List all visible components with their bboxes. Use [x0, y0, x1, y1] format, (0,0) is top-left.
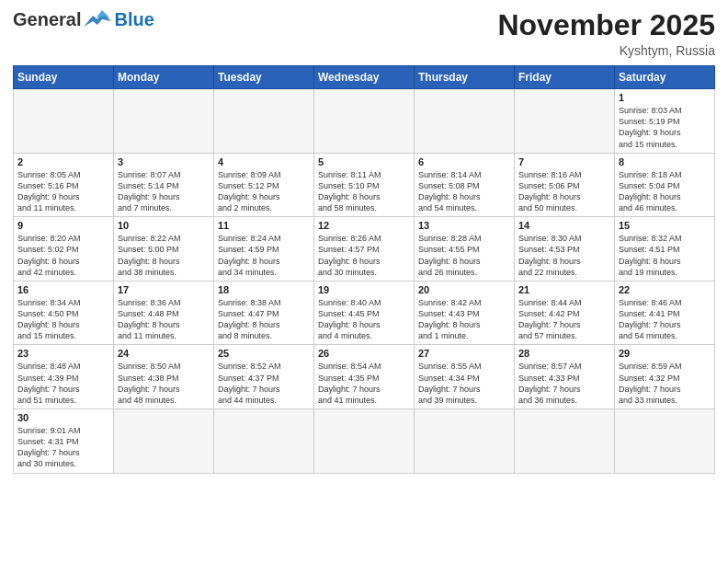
calendar-cell: 28Sunrise: 8:57 AM Sunset: 4:33 PM Dayli…	[515, 345, 615, 409]
weekday-header-wednesday: Wednesday	[314, 66, 415, 89]
calendar-cell: 12Sunrise: 8:26 AM Sunset: 4:57 PM Dayli…	[314, 217, 415, 282]
day-info: Sunrise: 8:34 AM Sunset: 4:50 PM Dayligh…	[17, 297, 109, 342]
day-info: Sunrise: 8:48 AM Sunset: 4:39 PM Dayligh…	[17, 361, 109, 406]
day-number: 16	[17, 284, 109, 295]
calendar-week-row: 2Sunrise: 8:05 AM Sunset: 5:16 PM Daylig…	[14, 153, 715, 217]
day-number: 25	[218, 348, 310, 359]
day-info: Sunrise: 8:22 AM Sunset: 5:00 PM Dayligh…	[118, 233, 210, 278]
calendar-cell	[515, 89, 615, 154]
day-number: 9	[17, 220, 109, 231]
svg-marker-0	[84, 12, 111, 27]
day-info: Sunrise: 8:30 AM Sunset: 4:53 PM Dayligh…	[518, 233, 610, 278]
page-header: General Blue November 2025 Kyshtym, Russ…	[13, 9, 715, 58]
calendar-cell	[214, 89, 314, 154]
day-number: 8	[619, 156, 711, 167]
calendar-cell: 9Sunrise: 8:20 AM Sunset: 5:02 PM Daylig…	[14, 217, 114, 282]
weekday-header-thursday: Thursday	[415, 66, 515, 89]
calendar-cell	[214, 409, 314, 474]
title-block: November 2025 Kyshtym, Russia	[497, 9, 715, 58]
day-number: 30	[17, 412, 109, 423]
day-number: 1	[619, 92, 711, 103]
calendar-cell: 20Sunrise: 8:42 AM Sunset: 4:43 PM Dayli…	[415, 281, 515, 345]
day-info: Sunrise: 8:20 AM Sunset: 5:02 PM Dayligh…	[17, 233, 109, 278]
calendar-cell: 27Sunrise: 8:55 AM Sunset: 4:34 PM Dayli…	[415, 345, 515, 409]
calendar-cell	[615, 409, 715, 474]
calendar-cell: 15Sunrise: 8:32 AM Sunset: 4:51 PM Dayli…	[615, 217, 715, 282]
calendar-cell: 14Sunrise: 8:30 AM Sunset: 4:53 PM Dayli…	[515, 217, 615, 282]
calendar-cell	[314, 409, 415, 474]
calendar-cell: 7Sunrise: 8:16 AM Sunset: 5:06 PM Daylig…	[515, 153, 615, 217]
calendar-cell: 13Sunrise: 8:28 AM Sunset: 4:55 PM Dayli…	[415, 217, 515, 282]
day-info: Sunrise: 8:46 AM Sunset: 4:41 PM Dayligh…	[619, 297, 711, 342]
day-number: 10	[118, 220, 210, 231]
day-info: Sunrise: 8:50 AM Sunset: 4:38 PM Dayligh…	[118, 361, 210, 406]
calendar-cell	[114, 89, 214, 154]
day-info: Sunrise: 8:55 AM Sunset: 4:34 PM Dayligh…	[418, 361, 510, 406]
day-info: Sunrise: 8:16 AM Sunset: 5:06 PM Dayligh…	[518, 169, 610, 214]
day-number: 17	[118, 284, 210, 295]
day-info: Sunrise: 8:40 AM Sunset: 4:45 PM Dayligh…	[318, 297, 410, 342]
calendar-cell: 4Sunrise: 8:09 AM Sunset: 5:12 PM Daylig…	[214, 153, 314, 217]
day-info: Sunrise: 8:36 AM Sunset: 4:48 PM Dayligh…	[118, 297, 210, 342]
day-number: 15	[619, 220, 711, 231]
day-info: Sunrise: 8:59 AM Sunset: 4:32 PM Dayligh…	[619, 361, 711, 406]
day-info: Sunrise: 8:09 AM Sunset: 5:12 PM Dayligh…	[218, 169, 310, 214]
calendar-cell: 10Sunrise: 8:22 AM Sunset: 5:00 PM Dayli…	[114, 217, 214, 282]
calendar-cell: 30Sunrise: 9:01 AM Sunset: 4:31 PM Dayli…	[14, 409, 114, 474]
day-number: 7	[518, 156, 610, 167]
calendar-cell	[14, 89, 114, 154]
svg-marker-1	[97, 10, 109, 17]
day-info: Sunrise: 8:05 AM Sunset: 5:16 PM Dayligh…	[17, 169, 109, 214]
calendar-cell: 3Sunrise: 8:07 AM Sunset: 5:14 PM Daylig…	[114, 153, 214, 217]
day-number: 24	[118, 348, 210, 359]
calendar-week-row: 1Sunrise: 8:03 AM Sunset: 5:19 PM Daylig…	[14, 89, 715, 154]
day-number: 21	[518, 284, 610, 295]
calendar-cell: 19Sunrise: 8:40 AM Sunset: 4:45 PM Dayli…	[314, 281, 415, 345]
calendar-cell: 21Sunrise: 8:44 AM Sunset: 4:42 PM Dayli…	[515, 281, 615, 345]
day-number: 29	[619, 348, 711, 359]
day-info: Sunrise: 8:11 AM Sunset: 5:10 PM Dayligh…	[318, 169, 410, 214]
day-info: Sunrise: 8:42 AM Sunset: 4:43 PM Dayligh…	[418, 297, 510, 342]
day-number: 14	[518, 220, 610, 231]
day-number: 11	[218, 220, 310, 231]
day-number: 13	[418, 220, 510, 231]
calendar-cell: 8Sunrise: 8:18 AM Sunset: 5:04 PM Daylig…	[615, 153, 715, 217]
day-number: 6	[418, 156, 510, 167]
calendar-cell: 16Sunrise: 8:34 AM Sunset: 4:50 PM Dayli…	[14, 281, 114, 345]
calendar-week-row: 30Sunrise: 9:01 AM Sunset: 4:31 PM Dayli…	[14, 409, 715, 474]
day-info: Sunrise: 8:38 AM Sunset: 4:47 PM Dayligh…	[218, 297, 310, 342]
calendar-cell: 18Sunrise: 8:38 AM Sunset: 4:47 PM Dayli…	[214, 281, 314, 345]
day-number: 20	[418, 284, 510, 295]
day-number: 3	[118, 156, 210, 167]
calendar-cell	[415, 89, 515, 154]
calendar-cell: 11Sunrise: 8:24 AM Sunset: 4:59 PM Dayli…	[214, 217, 314, 282]
calendar-week-row: 23Sunrise: 8:48 AM Sunset: 4:39 PM Dayli…	[14, 345, 715, 409]
day-number: 12	[318, 220, 410, 231]
calendar-table: SundayMondayTuesdayWednesdayThursdayFrid…	[13, 65, 715, 473]
day-info: Sunrise: 8:44 AM Sunset: 4:42 PM Dayligh…	[518, 297, 610, 342]
day-number: 2	[17, 156, 109, 167]
calendar-cell	[515, 409, 615, 474]
month-title: November 2025	[497, 9, 715, 41]
weekday-header-row: SundayMondayTuesdayWednesdayThursdayFrid…	[14, 66, 715, 89]
logo-general-text: General	[13, 9, 81, 30]
day-info: Sunrise: 8:14 AM Sunset: 5:08 PM Dayligh…	[418, 169, 510, 214]
calendar-cell	[314, 89, 415, 154]
calendar-cell: 29Sunrise: 8:59 AM Sunset: 4:32 PM Dayli…	[615, 345, 715, 409]
calendar-cell: 6Sunrise: 8:14 AM Sunset: 5:08 PM Daylig…	[415, 153, 515, 217]
day-number: 26	[318, 348, 410, 359]
day-info: Sunrise: 9:01 AM Sunset: 4:31 PM Dayligh…	[17, 425, 109, 470]
day-number: 18	[218, 284, 310, 295]
weekday-header-tuesday: Tuesday	[214, 66, 314, 89]
calendar-cell: 1Sunrise: 8:03 AM Sunset: 5:19 PM Daylig…	[615, 89, 715, 154]
day-info: Sunrise: 8:24 AM Sunset: 4:59 PM Dayligh…	[218, 233, 310, 278]
day-number: 5	[318, 156, 410, 167]
day-number: 19	[318, 284, 410, 295]
day-number: 22	[619, 284, 711, 295]
day-info: Sunrise: 8:07 AM Sunset: 5:14 PM Dayligh…	[118, 169, 210, 214]
logo-bird-icon	[84, 10, 111, 30]
location: Kyshtym, Russia	[497, 43, 715, 58]
day-info: Sunrise: 8:57 AM Sunset: 4:33 PM Dayligh…	[518, 361, 610, 406]
day-number: 23	[17, 348, 109, 359]
calendar-cell: 26Sunrise: 8:54 AM Sunset: 4:35 PM Dayli…	[314, 345, 415, 409]
